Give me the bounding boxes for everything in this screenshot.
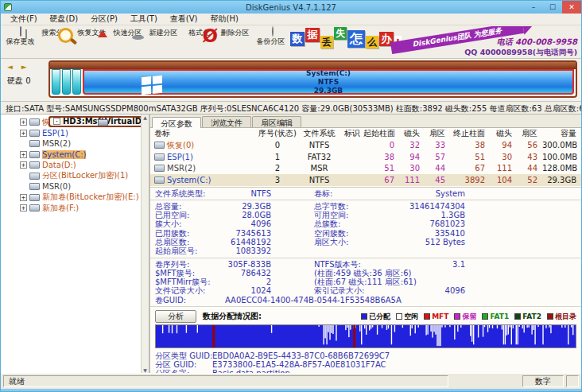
- expand-toggle-icon[interactable]: -: [53, 118, 60, 125]
- detail-row: 总容量: 29.3GB 总字节数: 31461474304: [150, 202, 581, 211]
- windows-logo-icon: [142, 76, 162, 95]
- tree-scrollbar[interactable]: ▲▼: [141, 114, 149, 373]
- analysis-bar: 分析 数据分配情况图: 已分配 空闲 MFT 保留: [150, 309, 581, 324]
- legend-item: 已分配: [361, 312, 390, 322]
- legend-swatch: [482, 313, 488, 320]
- expand-toggle-icon[interactable]: +: [20, 194, 27, 201]
- ad-banner: 数据丢失怎么办! DiskGenius团队 为您服务 电话 400-008-99…: [289, 26, 580, 58]
- drive-icon: [29, 130, 40, 137]
- tab[interactable]: 分区参数: [152, 117, 201, 128]
- detail-row: 簇大小: 4096 总簇数: 7681023: [150, 219, 581, 228]
- menu-item[interactable]: 帮助(H): [204, 14, 245, 25]
- backup-partition-icon: [272, 26, 274, 37]
- tree-item[interactable]: + 新加卷(BitLocker加密)(E:): [1, 192, 149, 204]
- legend-item: FAT2: [514, 312, 541, 320]
- legend-item: FAT1: [482, 312, 509, 320]
- next-disk-arrow[interactable]: ►: [21, 63, 30, 71]
- minimize-button[interactable]: –: [524, 1, 543, 14]
- partition-table: 卷标序号(状态)文件系统标识起始柱面磁头扇区终止柱面磁头扇区容量 恢复(0) 0…: [150, 128, 581, 188]
- tree-item[interactable]: + Data(D:): [1, 160, 149, 171]
- partition-icon: [154, 142, 165, 149]
- tree-item[interactable]: + System(C:): [1, 149, 149, 161]
- menu-item[interactable]: 硬盘(D): [44, 14, 85, 25]
- menu-item[interactable]: 查看(V): [164, 14, 204, 25]
- partition-details: 文件系统类型: NTFS 卷标: System 总容量: 29.3GB 总字节数…: [150, 188, 581, 309]
- maximize-button[interactable]: ☐: [543, 1, 562, 14]
- quick-partition-button[interactable]: 快速分区: [110, 26, 146, 47]
- menu-bar: 文件(F)硬盘(D)分区(P)工具(T)查看(V)帮助(H): [1, 14, 581, 25]
- expand-toggle-icon[interactable]: +: [20, 130, 27, 137]
- tree-item[interactable]: + 新加卷(F:): [1, 203, 149, 214]
- tree-item[interactable]: MSR(2): [1, 138, 149, 149]
- detail-row: 卷序列号: 305F-833B NTFS版本号: 3.1: [150, 260, 581, 269]
- detail-row: 卷GUID: AA0ECC04-1400-474B-0544-1F53548B6…: [150, 296, 581, 307]
- diskgenius-window: DiskGenius V4.7.1.127 –☐✕ 文件(F)硬盘(D)分区(P…: [0, 0, 582, 392]
- delete-partition-button[interactable]: 删除分区: [217, 26, 253, 47]
- expand-toggle-icon[interactable]: +: [20, 161, 27, 169]
- analyze-button[interactable]: 分析: [155, 310, 196, 323]
- ad-slogan-block: 据: [305, 28, 320, 42]
- info-row: 分区类型 GUID: EBD0A0A2-B9E5-4433-87C0-68B6B…: [155, 351, 581, 360]
- partition-bar-small[interactable]: [62, 69, 71, 95]
- close-button[interactable]: ✕: [562, 1, 581, 14]
- menu-item[interactable]: 文件(F): [4, 14, 44, 25]
- tree-item[interactable]: 分区(BitLocker加密)(1): [1, 171, 149, 182]
- menu-item[interactable]: 分区(P): [84, 14, 124, 25]
- status-bar: 就绪 数字: [1, 373, 581, 389]
- partition-tree: - HD0:SAMSUNGSSDPM800mSATA32GB(3 + 恢复(0)…: [1, 114, 150, 373]
- tree-item[interactable]: + ESP(1): [1, 128, 149, 139]
- prev-disk-arrow[interactable]: ◄: [7, 63, 16, 71]
- search-partition-button[interactable]: 搜索分区: [38, 26, 74, 47]
- partition-bar-system[interactable]: System(C:) NTFS 29.3GB: [83, 69, 574, 95]
- table-row[interactable]: System(C:) 3 NTFS 67 111 45 3892 104 52 …: [150, 174, 581, 186]
- legend-item: 保留: [454, 312, 476, 322]
- drive-icon: [29, 194, 40, 201]
- tree-item[interactable]: MSR(0): [1, 181, 149, 192]
- new-partition-button[interactable]: 新建分区: [146, 26, 181, 47]
- table-row[interactable]: ESP(1) 1 FAT32 38 94 57 51 30 43 100.0MB: [150, 151, 581, 163]
- status-message: 就绪: [3, 375, 448, 387]
- ad-slogan-block: 么: [366, 36, 378, 49]
- format-button[interactable]: 格式化: [181, 26, 217, 47]
- recover-files-button[interactable]: 恢复文件: [74, 26, 110, 47]
- disk-navigator: ◄ ► 硬盘 0: [1, 62, 47, 87]
- disk-info-line: 接口:SATA 型号:SAMSUNGSSDPM800mSATA32GB 序列号:…: [1, 102, 581, 114]
- expand-toggle-icon[interactable]: +: [20, 118, 27, 126]
- menu-item[interactable]: 工具(T): [124, 14, 164, 25]
- drive-icon: [98, 119, 108, 126]
- drive-icon: [29, 140, 40, 147]
- partition-bar-small[interactable]: [52, 69, 60, 95]
- drive-icon: [29, 161, 40, 169]
- window-bottom-border: [1, 389, 581, 391]
- tab[interactable]: 浏览文件: [202, 116, 251, 127]
- tree-item[interactable]: - HD3:MsftVirtualDisk(20GB): [48, 116, 145, 127]
- save-changes-icon: [20, 26, 21, 37]
- legend-swatch: [514, 313, 521, 320]
- ad-slogan-block: 失: [334, 27, 347, 40]
- ad-qq: QQ 4000089958(与电话同号): [464, 48, 577, 58]
- toolbar: 保存更改 搜索分区 恢复文件 快速分区 新建分区 格式化 删除分区: [1, 25, 581, 59]
- legend-swatch: [424, 313, 430, 320]
- expand-toggle-icon[interactable]: +: [20, 151, 27, 158]
- disk-label: 硬盘 0: [7, 76, 47, 87]
- resize-grip[interactable]: [566, 375, 579, 387]
- partition-icon: [154, 153, 165, 161]
- drive-icon: [29, 183, 40, 190]
- disk-graphic: System(C:) NTFS 29.3GB: [48, 60, 577, 98]
- ad-slogan-block: 怎: [347, 30, 365, 48]
- table-row[interactable]: 恢复(0) 0 NTFS 0 32 33 38 94 56 300.0MB: [150, 140, 581, 152]
- window-title: DiskGenius V4.7.1.127: [1, 3, 581, 12]
- partition-guid-info: 分区类型 GUID: EBD0A0A2-B9E5-4433-87C0-68B6B…: [150, 348, 581, 373]
- tab[interactable]: 扇区编辑: [252, 116, 301, 127]
- save-changes-button[interactable]: 保存更改: [2, 26, 38, 47]
- legend-item: 根目录: [547, 312, 576, 322]
- legend-swatch: [361, 313, 367, 320]
- ad-slogan-block: 丢: [320, 36, 333, 49]
- drive-icon: [29, 173, 40, 180]
- backup-partition-button[interactable]: 备份分区: [253, 26, 289, 47]
- info-row: 分区 GUID: E3733800-E1A5-428A-8F57-A0E8103…: [155, 360, 581, 369]
- legend-item: 空闲: [396, 312, 418, 322]
- partition-bar-small[interactable]: [72, 69, 81, 95]
- table-row[interactable]: MSR(2) 2 MSR 51 30 44 67 111 44 128.0MB: [150, 163, 581, 175]
- expand-toggle-icon[interactable]: +: [20, 204, 27, 212]
